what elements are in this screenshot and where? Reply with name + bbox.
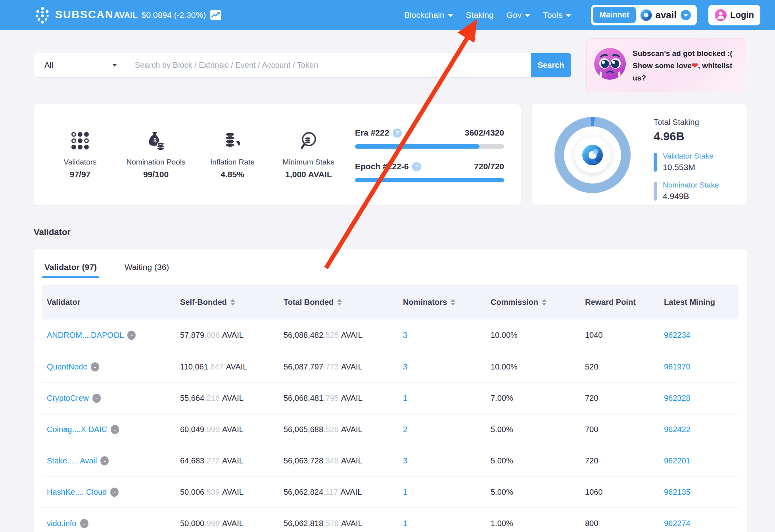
ad-notice-text: Subscan's ad got blocked :( Show some lo… — [633, 47, 741, 84]
network-selector[interactable]: avail — [640, 9, 695, 21]
cell-self-bonded: 64,683.272AVAIL — [175, 456, 279, 465]
legend-color-bar — [654, 182, 657, 201]
nominators-link[interactable]: 3 — [403, 456, 407, 465]
mainnet-button[interactable]: Mainnet — [593, 7, 636, 23]
column-header-self-bonded[interactable]: Self-Bonded — [175, 298, 279, 307]
latest-mining-link[interactable]: 962422 — [664, 425, 691, 434]
validator-link[interactable]: vido.info — [47, 519, 77, 528]
staking-stats-card: Validators 97/97 $ — [34, 104, 521, 205]
cell-latest-mining: 962422 — [659, 425, 739, 434]
cell-reward-point: 1060 — [580, 488, 659, 497]
cell-commission: 10.00% — [486, 362, 580, 371]
subscan-logo[interactable]: SUBSCAN — [35, 6, 114, 24]
heart-icon: ❤ — [692, 61, 698, 70]
cell-latest-mining: 962201 — [659, 456, 739, 465]
cell-total-bonded: 56,088,482.525AVAIL — [279, 331, 398, 340]
epoch-progress-fill — [355, 178, 504, 182]
sort-icon — [337, 299, 342, 306]
epoch-progress-track — [355, 178, 504, 182]
nav-menu-item[interactable]: Staking — [466, 10, 494, 20]
search-filter-select[interactable]: All — [34, 53, 125, 77]
validator-table-card: Validator (97) Waiting (36) Validator Se… — [34, 249, 747, 532]
metric-label: Minimum Stake — [265, 158, 352, 166]
cell-reward-point: 700 — [580, 425, 659, 434]
cell-reward-point: 520 — [580, 362, 659, 371]
cell-validator: QuantNode - — [42, 362, 175, 371]
search-bar: All Search — [34, 53, 572, 78]
validator-link[interactable]: Stake..... Avail — [47, 456, 97, 465]
metric-value: 1,000 AVAIL — [265, 170, 352, 179]
inflation-rate-icon — [223, 130, 242, 151]
validator-link[interactable]: CryptoCrew — [47, 394, 89, 403]
validator-tab[interactable]: Waiting (36) — [122, 249, 171, 285]
cell-latest-mining: 962135 — [659, 488, 739, 497]
column-header-latest-mining: Latest Mining — [659, 298, 739, 307]
cell-total-bonded: 56,068,481.795AVAIL — [279, 394, 398, 403]
cell-commission: 7.00% — [486, 394, 580, 403]
network-name: avail — [656, 10, 677, 21]
nominators-link[interactable]: 1 — [403, 394, 407, 403]
cell-validator: ANDROM....DAPOOL - — [42, 331, 175, 340]
identity-badge-icon: - — [80, 519, 88, 528]
validator-link[interactable]: HashKe.... Cloud — [47, 488, 107, 497]
legend-color-bar — [654, 153, 657, 172]
cell-validator: Coinag....X DAIC - — [42, 425, 175, 434]
nomination-pools-icon: $ — [146, 130, 166, 151]
validator-link[interactable]: Coinag....X DAIC — [47, 425, 107, 434]
validator-tabs: Validator (97) Waiting (36) — [42, 249, 171, 285]
latest-mining-link[interactable]: 962201 — [664, 456, 691, 465]
latest-mining-link[interactable]: 962328 — [664, 394, 691, 403]
nav-menu-item[interactable]: Blockchain — [404, 10, 453, 20]
help-icon[interactable]: ? — [393, 128, 402, 138]
nominators-link[interactable]: 1 — [403, 519, 407, 528]
cell-total-bonded: 56,062,824.117AVAIL — [279, 488, 398, 497]
cell-nominators: 3 — [398, 331, 486, 340]
network-chevron-icon[interactable] — [681, 10, 691, 20]
nominators-link[interactable]: 3 — [403, 362, 407, 371]
epoch-value: 720/720 — [474, 162, 504, 171]
validator-link[interactable]: QuantNode — [47, 362, 87, 371]
chevron-down-icon — [112, 64, 117, 67]
legend-label[interactable]: Validator Stake — [663, 152, 713, 161]
validator-link[interactable]: ANDROM....DAPOOL — [47, 331, 124, 340]
cell-nominators: 1 — [398, 394, 486, 403]
legend-label[interactable]: Nominator Stake — [663, 181, 719, 189]
token-symbol: AVAIL — [114, 10, 138, 20]
metric-label: Validators — [36, 158, 124, 166]
validator-tab[interactable]: Validator (97) — [42, 249, 99, 285]
epoch-label: Epoch #222-6 ? — [355, 162, 421, 171]
validators-icon — [70, 131, 90, 151]
latest-mining-link[interactable]: 962234 — [664, 331, 691, 340]
column-header-commission[interactable]: Commission — [486, 298, 580, 307]
nominators-link[interactable]: 3 — [403, 331, 407, 340]
column-header-total-bonded[interactable]: Total Bonded — [279, 298, 398, 307]
latest-mining-link[interactable]: 962135 — [664, 488, 691, 497]
cell-total-bonded: 56,087,797.773AVAIL — [279, 362, 398, 371]
search-input[interactable] — [125, 53, 531, 77]
column-header-nominators[interactable]: Nominators — [398, 298, 486, 307]
latest-mining-link[interactable]: 961970 — [664, 362, 691, 371]
cell-reward-point: 720 — [580, 456, 659, 465]
table-row: ANDROM....DAPOOL - 57,879.806AVAIL 56,08… — [42, 320, 739, 351]
login-button[interactable]: Login — [708, 5, 760, 25]
total-staking-label: Total Staking — [654, 118, 719, 127]
price-chart-icon[interactable] — [210, 10, 222, 20]
search-button[interactable]: Search — [531, 53, 571, 77]
nav-menu-item[interactable]: Tools — [543, 10, 571, 20]
epoch-progress: Epoch #222-6 ? 720/720 — [355, 162, 504, 182]
network-switcher: Mainnet avail — [591, 5, 697, 25]
cell-nominators: 1 — [398, 488, 486, 497]
cell-commission: 1.00% — [486, 519, 580, 528]
nominators-link[interactable]: 2 — [403, 425, 407, 434]
staking-donut-chart — [554, 117, 631, 193]
avail-logo — [574, 137, 611, 173]
help-icon[interactable]: ? — [412, 162, 421, 171]
table-header-row: Validator Self-Bonded Total Bonded Nomin… — [42, 285, 739, 320]
nominators-link[interactable]: 1 — [403, 488, 407, 497]
latest-mining-link[interactable]: 962274 — [664, 519, 691, 528]
nav-menu-item[interactable]: Gov — [506, 10, 531, 20]
era-value: 3602/4320 — [465, 128, 504, 138]
cell-validator: Stake..... Avail - — [42, 456, 175, 465]
cell-nominators: 1 — [398, 519, 486, 528]
metric-value: 97/97 — [36, 170, 124, 179]
